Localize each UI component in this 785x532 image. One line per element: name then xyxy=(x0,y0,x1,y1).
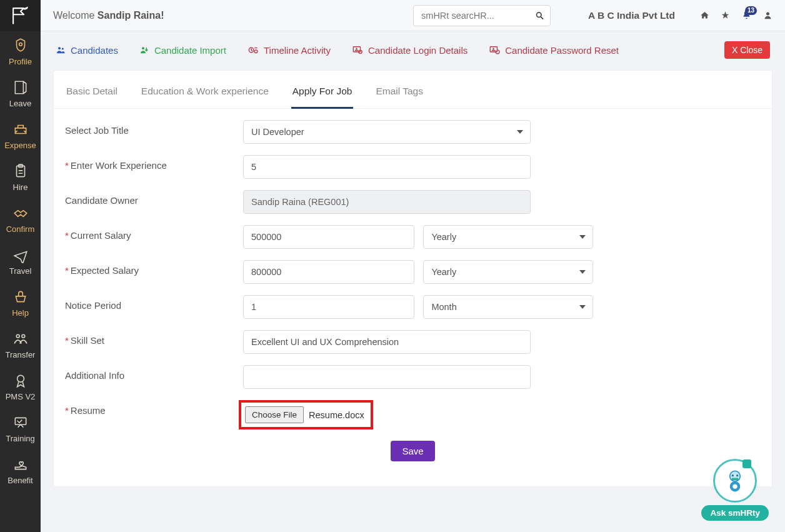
secnav-candidate-import[interactable]: Candidate Import xyxy=(139,45,226,56)
owner-input xyxy=(243,190,531,214)
choose-file-button[interactable]: Choose File xyxy=(245,406,304,423)
login-details-icon xyxy=(352,44,363,56)
timeline-icon xyxy=(248,44,259,56)
close-button[interactable]: X Close xyxy=(724,41,770,59)
job-title-select[interactable]: UI Developer xyxy=(243,120,531,144)
current-salary-label: *Current Salary xyxy=(65,225,243,241)
secnav-label: Candidate Login Details xyxy=(368,45,468,56)
candidate-card: Basic Detail Education & Work experience… xyxy=(53,70,772,487)
training-board-icon xyxy=(12,414,29,431)
secnav-timeline[interactable]: Timeline Activity xyxy=(248,44,331,56)
confirm-handshake-icon xyxy=(12,205,29,221)
expected-salary-label: *Expected Salary xyxy=(65,260,243,276)
svg-point-14 xyxy=(254,50,258,53)
candidates-icon xyxy=(56,45,66,55)
leave-door-icon xyxy=(12,79,29,96)
sidebar-item-hire[interactable]: Hire xyxy=(0,157,41,199)
secnav-candidates[interactable]: Candidates xyxy=(56,45,118,56)
sidebar-item-label: Confirm xyxy=(6,225,35,233)
chat-widget[interactable]: Ask smHRty xyxy=(701,459,769,521)
chat-avatar[interactable] xyxy=(713,459,757,503)
job-title-label: Select Job Title xyxy=(65,120,243,136)
sidebar-item-label: PMS V2 xyxy=(6,393,36,401)
search-input[interactable] xyxy=(413,5,551,26)
sidebar-item-training[interactable]: Training xyxy=(0,408,41,450)
tab-basic-detail[interactable]: Basic Detail xyxy=(65,86,119,109)
sidebar-item-label: Help xyxy=(12,309,29,317)
chat-status-dot xyxy=(742,459,751,468)
svg-point-11 xyxy=(62,48,64,49)
notification-count: 13 xyxy=(745,6,757,15)
user-icon[interactable] xyxy=(763,11,772,20)
svg-point-4 xyxy=(21,334,24,338)
save-button[interactable]: Save xyxy=(391,441,434,461)
profile-icon xyxy=(12,38,29,54)
sidebar-item-label: Travel xyxy=(9,267,32,275)
password-reset-icon xyxy=(489,44,500,56)
notifications-icon[interactable]: 13 xyxy=(741,10,752,21)
topbar: Welcome Sandip Raina! A B C India Pvt Lt… xyxy=(41,0,785,31)
secnav-label: Candidate Import xyxy=(154,45,226,56)
sidebar-item-travel[interactable]: Travel xyxy=(0,241,41,283)
current-salary-input[interactable] xyxy=(243,225,414,249)
sidebar-item-leave[interactable]: Leave xyxy=(0,73,41,115)
resume-file-name: Resume.docx xyxy=(309,410,364,420)
app-logo xyxy=(0,0,41,31)
expected-salary-input[interactable] xyxy=(243,260,414,284)
inner-tabs: Basic Detail Education & Work experience… xyxy=(54,71,772,109)
hire-clipboard-icon xyxy=(12,163,29,179)
sidebar-item-label: Expense xyxy=(4,141,36,149)
svg-point-12 xyxy=(142,47,144,49)
additional-info-input[interactable] xyxy=(243,365,531,389)
svg-point-3 xyxy=(16,334,19,338)
work-exp-input[interactable] xyxy=(243,155,531,179)
logo-flag-icon xyxy=(10,5,31,26)
secnav-password-reset[interactable]: Candidate Password Reset xyxy=(489,44,619,56)
welcome-username: Sandip Raina! xyxy=(98,10,164,21)
sidebar-item-confirm[interactable]: Confirm xyxy=(0,199,41,241)
star-icon[interactable] xyxy=(721,11,730,20)
owner-label: Candidate Owner xyxy=(65,190,243,206)
import-icon xyxy=(139,45,149,55)
svg-line-8 xyxy=(541,16,543,19)
tab-apply-for-job[interactable]: Apply For Job xyxy=(291,86,354,109)
svg-point-22 xyxy=(736,474,738,476)
chat-label[interactable]: Ask smHRty xyxy=(701,505,769,521)
sidebar-item-benefit[interactable]: Benefit xyxy=(0,450,41,492)
additional-info-label: Additional Info xyxy=(65,365,243,381)
svg-point-0 xyxy=(19,43,22,46)
notice-unit-select[interactable]: Month xyxy=(423,295,593,319)
home-icon[interactable] xyxy=(700,11,709,20)
svg-point-10 xyxy=(58,47,61,49)
sidebar-item-profile[interactable]: Profile xyxy=(0,31,41,73)
notice-value-input[interactable] xyxy=(243,295,414,319)
current-salary-period-select[interactable]: Yearly xyxy=(423,225,593,249)
sidebar-item-label: Hire xyxy=(13,183,28,191)
notice-period-label: Notice Period xyxy=(65,295,243,311)
pms-medal-icon xyxy=(12,373,29,389)
sidebar-item-pms[interactable]: PMS V2 xyxy=(0,366,41,408)
skill-set-input[interactable] xyxy=(243,330,531,354)
welcome-prefix: Welcome xyxy=(53,10,98,21)
sidebar-item-label: Transfer xyxy=(6,351,36,359)
tab-email-tags[interactable]: Email Tags xyxy=(374,86,424,109)
apply-for-job-form: Select Job Title UI Developer *Enter Wor… xyxy=(54,109,772,461)
work-exp-label: *Enter Work Experience xyxy=(65,155,243,171)
secnav-label: Candidate Password Reset xyxy=(505,45,619,56)
svg-point-5 xyxy=(17,375,24,382)
sidebar-item-expense[interactable]: Expense xyxy=(0,115,41,157)
search-icon[interactable] xyxy=(535,11,544,20)
tab-education-work[interactable]: Education & Work experience xyxy=(140,86,270,109)
sidebar: Profile Leave Expense Hire Confirm Trave… xyxy=(0,0,41,532)
skill-set-label: *Skill Set xyxy=(65,330,243,346)
secnav-login-details[interactable]: Candidate Login Details xyxy=(352,44,468,56)
svg-point-9 xyxy=(766,13,769,16)
svg-point-19 xyxy=(493,48,494,49)
travel-plane-icon xyxy=(12,247,29,263)
svg-point-7 xyxy=(537,13,542,18)
resume-label: *Resume xyxy=(65,400,243,416)
sidebar-item-transfer[interactable]: Transfer xyxy=(0,324,41,366)
expected-salary-period-select[interactable]: Yearly xyxy=(423,260,593,284)
svg-point-21 xyxy=(732,474,734,476)
sidebar-item-help[interactable]: Help xyxy=(0,283,41,324)
